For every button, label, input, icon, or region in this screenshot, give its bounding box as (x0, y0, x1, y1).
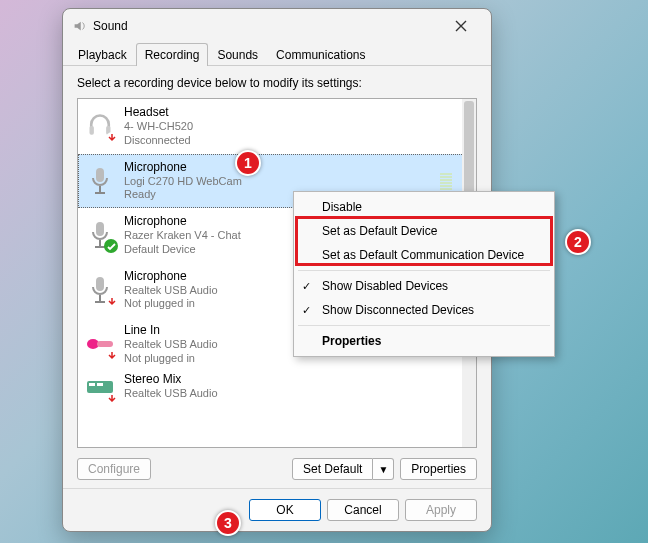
device-name: Microphone (124, 160, 242, 175)
item-text: Stereo Mix Realtek USB Audio (124, 372, 218, 401)
check-icon (104, 239, 118, 253)
tab-communications[interactable]: Communications (267, 43, 374, 66)
properties-button[interactable]: Properties (400, 458, 477, 480)
titlebar: Sound (63, 9, 491, 43)
tab-recording[interactable]: Recording (136, 43, 209, 66)
device-status: Not plugged in (124, 352, 218, 366)
svg-rect-8 (89, 383, 95, 386)
device-sub: Realtek USB Audio (124, 284, 218, 298)
dialog-buttons: OK Cancel Apply (63, 488, 491, 531)
arrow-down-icon (106, 132, 118, 144)
menu-separator (298, 270, 550, 271)
cancel-button[interactable]: Cancel (327, 499, 399, 521)
configure-button[interactable]: Configure (77, 458, 151, 480)
menu-set-default-comm-device[interactable]: Set as Default Communication Device (294, 243, 554, 267)
tab-playback[interactable]: Playback (69, 43, 136, 66)
speaker-icon (71, 18, 87, 34)
menu-label: Show Disabled Devices (322, 279, 448, 293)
device-name: Headset (124, 105, 193, 120)
annotation-3: 3 (215, 510, 241, 536)
microphone-icon (84, 219, 116, 251)
svg-rect-0 (90, 126, 94, 135)
item-text: Microphone Realtek USB Audio Not plugged… (124, 269, 218, 312)
svg-rect-6 (97, 341, 113, 347)
svg-rect-4 (96, 277, 104, 291)
menu-show-disconnected[interactable]: ✓ Show Disconnected Devices (294, 298, 554, 322)
item-text: Microphone Logi C270 HD WebCam Ready (124, 160, 242, 203)
list-item[interactable]: Headset 4- WH-CH520 Disconnected (78, 99, 476, 154)
stereo-mix-icon (84, 372, 116, 402)
window-title: Sound (93, 19, 439, 33)
arrow-down-icon (106, 350, 118, 362)
headset-icon (84, 110, 116, 142)
check-icon: ✓ (302, 280, 311, 293)
microphone-icon (84, 165, 116, 197)
svg-rect-3 (96, 222, 104, 236)
annotation-2: 2 (565, 229, 591, 255)
set-default-dropdown[interactable]: ▼ (373, 458, 394, 480)
annotation-1: 1 (235, 150, 261, 176)
item-text: Line In Realtek USB Audio Not plugged in (124, 323, 218, 366)
device-sub: Realtek USB Audio (124, 338, 218, 352)
device-sub: 4- WH-CH520 (124, 120, 193, 134)
apply-button[interactable]: Apply (405, 499, 477, 521)
line-in-icon (84, 328, 116, 360)
menu-disable[interactable]: Disable (294, 195, 554, 219)
close-button[interactable] (439, 12, 483, 40)
menu-separator (298, 325, 550, 326)
device-status: Ready (124, 188, 242, 202)
device-sub: Logi C270 HD WebCam (124, 175, 242, 189)
menu-properties[interactable]: Properties (294, 329, 554, 353)
ok-button[interactable]: OK (249, 499, 321, 521)
device-name: Microphone (124, 214, 241, 229)
set-default-split: Set Default ▼ (292, 458, 394, 480)
device-name: Stereo Mix (124, 372, 218, 387)
device-sub: Razer Kraken V4 - Chat (124, 229, 241, 243)
arrow-down-icon (106, 393, 118, 402)
device-sub: Realtek USB Audio (124, 387, 218, 401)
svg-rect-7 (87, 381, 113, 393)
item-text: Microphone Razer Kraken V4 - Chat Defaul… (124, 214, 241, 257)
list-item[interactable]: Stereo Mix Realtek USB Audio (78, 372, 476, 402)
instruction-text: Select a recording device below to modif… (77, 76, 477, 90)
device-status: Default Device (124, 243, 241, 257)
set-default-button[interactable]: Set Default (292, 458, 373, 480)
context-menu: Disable Set as Default Device Set as Def… (293, 191, 555, 357)
device-name: Line In (124, 323, 218, 338)
device-name: Microphone (124, 269, 218, 284)
check-icon: ✓ (302, 304, 311, 317)
item-text: Headset 4- WH-CH520 Disconnected (124, 105, 193, 148)
device-status: Not plugged in (124, 297, 218, 311)
svg-rect-2 (96, 168, 104, 182)
svg-rect-9 (97, 383, 103, 386)
tabs: Playback Recording Sounds Communications (63, 43, 491, 66)
arrow-down-icon (106, 296, 118, 308)
menu-set-default-device[interactable]: Set as Default Device (294, 219, 554, 243)
list-buttons: Configure Set Default ▼ Properties (77, 458, 477, 480)
device-status: Disconnected (124, 134, 193, 148)
microphone-icon (84, 274, 116, 306)
tab-sounds[interactable]: Sounds (208, 43, 267, 66)
menu-show-disabled[interactable]: ✓ Show Disabled Devices (294, 274, 554, 298)
menu-label: Show Disconnected Devices (322, 303, 474, 317)
